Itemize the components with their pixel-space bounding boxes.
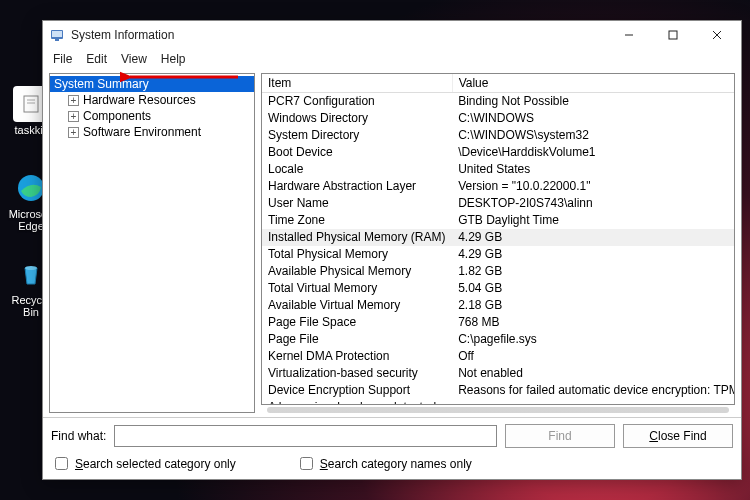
cell-value: GTB Daylight Time [452,212,735,229]
cell-item: A hypervisor has been detected... [262,399,452,406]
list-row[interactable]: LocaleUnited States [262,161,735,178]
cell-value: 2.18 GB [452,297,735,314]
expand-icon[interactable]: + [68,95,79,106]
cell-item: Windows Directory [262,110,452,127]
cell-item: User Name [262,195,452,212]
list-row[interactable]: User NameDESKTOP-2I0S743\alinn [262,195,735,212]
svg-rect-6 [52,31,62,37]
cell-item: Hardware Abstraction Layer [262,178,452,195]
cell-value: 4.29 GB [452,246,735,263]
tree-label: Hardware Resources [83,93,196,107]
recycle-bin-icon [17,260,45,288]
menu-view[interactable]: View [115,51,153,67]
cell-item: PCR7 Configuration [262,93,452,110]
tree-pane[interactable]: System Summary + Hardware Resources + Co… [49,73,255,413]
checkbox-search-category-names[interactable]: Search category names only [296,454,472,473]
list-row[interactable]: Page File Space768 MB [262,314,735,331]
cell-item: Page File [262,331,452,348]
menu-edit[interactable]: Edit [80,51,113,67]
menu-help[interactable]: Help [155,51,192,67]
cell-item: Page File Space [262,314,452,331]
column-header-item[interactable]: Item [262,74,452,93]
list-row[interactable]: Time ZoneGTB Daylight Time [262,212,735,229]
cell-value: \Device\HarddiskVolume1 [452,144,735,161]
checkbox-search-selected[interactable]: Search selected category only [51,454,236,473]
desktop-background: taskkill Microsoft Edge Recycle Bin Syst… [0,0,750,500]
window-title: System Information [71,28,607,42]
checkbox-input[interactable] [55,457,68,470]
cell-item: Installed Physical Memory (RAM) [262,229,452,246]
list-row[interactable]: Available Physical Memory1.82 GB [262,263,735,280]
list-row[interactable]: Total Physical Memory4.29 GB [262,246,735,263]
list-row[interactable]: Kernel DMA ProtectionOff [262,348,735,365]
cell-item: Available Virtual Memory [262,297,452,314]
checkbox-input[interactable] [300,457,313,470]
cell-item: Device Encryption Support [262,382,452,399]
system-information-window: System Information File Edit View Help S… [42,20,742,480]
cell-value: Off [452,348,735,365]
cell-value: Reasons for failed automatic device encr… [452,382,735,399]
tree-label: Components [83,109,151,123]
cell-item: Locale [262,161,452,178]
cell-value: C:\WINDOWS\system32 [452,127,735,144]
menu-file[interactable]: File [47,51,78,67]
list-row[interactable]: Windows DirectoryC:\WINDOWS [262,110,735,127]
cell-item: Total Virtual Memory [262,280,452,297]
column-header-value[interactable]: Value [452,74,735,93]
svg-point-4 [25,266,37,270]
cell-value: United States [452,161,735,178]
list-row[interactable]: PCR7 ConfigurationBinding Not Possible [262,93,735,110]
maximize-button[interactable] [651,21,695,49]
cell-item: System Directory [262,127,452,144]
details-list[interactable]: Item Value PCR7 ConfigurationBinding Not… [261,73,735,405]
cell-item: Virtualization-based security [262,365,452,382]
list-row[interactable]: Available Virtual Memory2.18 GB [262,297,735,314]
titlebar[interactable]: System Information [43,21,741,49]
cell-value: C:\pagefile.sys [452,331,735,348]
tree-item-system-summary[interactable]: System Summary [50,76,254,92]
svg-rect-7 [55,39,59,41]
cell-value: Binding Not Possible [452,93,735,110]
find-label: Find what: [51,429,106,443]
horizontal-scrollbar[interactable] [267,407,729,413]
cell-value: C:\WINDOWS [452,110,735,127]
find-bar: Find what: Find Close Find Search select… [43,417,741,479]
list-row[interactable]: Installed Physical Memory (RAM)4.29 GB [262,229,735,246]
expand-icon[interactable]: + [68,127,79,138]
list-row[interactable]: A hypervisor has been detected... [262,399,735,406]
file-icon [21,94,41,114]
list-row[interactable]: Device Encryption SupportReasons for fai… [262,382,735,399]
svg-rect-9 [669,31,677,39]
find-button[interactable]: Find [505,424,615,448]
expand-icon[interactable]: + [68,111,79,122]
tree-item-hardware-resources[interactable]: + Hardware Resources [50,92,254,108]
list-row[interactable]: Hardware Abstraction LayerVersion = "10.… [262,178,735,195]
body-area: System Summary + Hardware Resources + Co… [43,69,741,417]
cell-value [452,399,735,406]
svg-rect-0 [24,96,38,112]
list-row[interactable]: Total Virtual Memory5.04 GB [262,280,735,297]
cell-item: Total Physical Memory [262,246,452,263]
cell-item: Boot Device [262,144,452,161]
tree-label: Software Environment [83,125,201,139]
cell-value: Not enabled [452,365,735,382]
cell-value: DESKTOP-2I0S743\alinn [452,195,735,212]
cell-value: 4.29 GB [452,229,735,246]
find-input[interactable] [114,425,497,447]
tree-item-components[interactable]: + Components [50,108,254,124]
cell-item: Available Physical Memory [262,263,452,280]
list-row[interactable]: System DirectoryC:\WINDOWS\system32 [262,127,735,144]
close-button[interactable] [695,21,739,49]
cell-value: 5.04 GB [452,280,735,297]
close-find-button[interactable]: Close Find [623,424,733,448]
tree-item-software-environment[interactable]: + Software Environment [50,124,254,140]
cell-value: 768 MB [452,314,735,331]
list-row[interactable]: Virtualization-based securityNot enabled [262,365,735,382]
cell-item: Time Zone [262,212,452,229]
minimize-button[interactable] [607,21,651,49]
app-icon [49,27,65,43]
tree-label: System Summary [54,77,149,91]
list-row[interactable]: Boot Device\Device\HarddiskVolume1 [262,144,735,161]
list-row[interactable]: Page FileC:\pagefile.sys [262,331,735,348]
cell-value: 1.82 GB [452,263,735,280]
